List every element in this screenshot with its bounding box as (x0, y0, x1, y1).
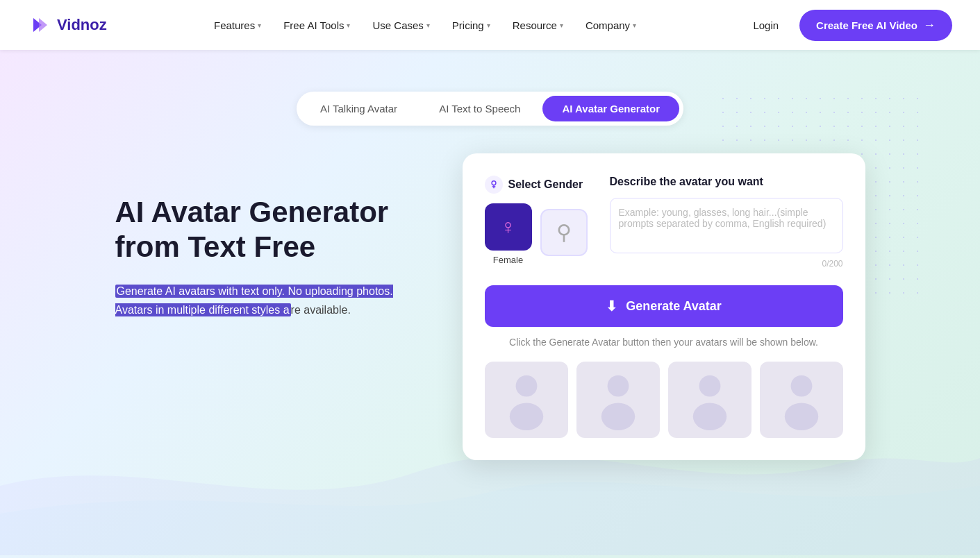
tab-talking-avatar[interactable]: AI Talking Avatar (301, 96, 417, 121)
avatar-generator-card: Select Gender ♀ Female ⚲ (463, 153, 865, 460)
avatar-placeholder-1 (485, 362, 568, 438)
nav-pricing[interactable]: Pricing ▾ (442, 14, 500, 37)
brand-name: Vidnoz (57, 16, 107, 34)
chevron-down-icon: ▾ (560, 22, 563, 29)
describe-section: Describe the avatar you want 0/200 (610, 176, 843, 269)
avatar-silhouette-icon (593, 369, 643, 430)
gender-section: Select Gender ♀ Female ⚲ (485, 176, 588, 269)
gender-female-button[interactable]: ♀ (485, 203, 532, 251)
hero-text: AI Avatar Generator from Text Free Gener… (115, 153, 407, 319)
hero-section: AI Talking Avatar AI Text to Speech AI A… (0, 50, 980, 558)
gender-options: ♀ Female ⚲ (485, 203, 588, 265)
chevron-down-icon: ▾ (426, 22, 430, 29)
svg-point-0 (492, 181, 496, 185)
nav-free-ai-tools[interactable]: Free AI Tools ▾ (274, 14, 360, 37)
describe-textarea[interactable] (610, 198, 843, 253)
avatar-placeholder-2 (576, 362, 660, 438)
avatar-silhouette-icon (685, 369, 735, 430)
avatar-silhouette-icon (501, 369, 551, 430)
create-video-button[interactable]: Create Free AI Video → (799, 10, 952, 41)
char-count: 0/200 (610, 259, 843, 269)
card-top-section: Select Gender ♀ Female ⚲ (485, 176, 843, 269)
gender-icon (485, 176, 503, 194)
female-symbol: ♀ (500, 215, 516, 239)
svg-point-3 (515, 375, 537, 397)
hero-title: AI Avatar Generator from Text Free (115, 195, 407, 265)
svg-point-4 (509, 403, 542, 430)
tab-text-to-speech[interactable]: AI Text to Speech (420, 96, 540, 121)
svg-point-10 (784, 403, 817, 430)
nav-use-cases[interactable]: Use Cases ▾ (363, 14, 439, 37)
avatar-placeholder-4 (760, 362, 843, 438)
highlighted-text: Generate AI avatars with text only. No u… (115, 285, 393, 316)
svg-point-6 (601, 403, 634, 430)
chevron-down-icon: ▾ (347, 22, 350, 29)
svg-point-9 (790, 375, 812, 397)
hero-content: AI Avatar Generator from Text Free Gener… (74, 153, 907, 460)
nav-actions: Login Create Free AI Video → (743, 10, 952, 41)
card-hint-text: Click the Generate Avatar button then yo… (485, 337, 843, 348)
logo[interactable]: Vidnoz (28, 12, 107, 37)
nav-features[interactable]: Features ▾ (204, 14, 271, 37)
nav-links: Features ▾ Free AI Tools ▾ Use Cases ▾ P… (204, 14, 646, 37)
svg-point-7 (699, 375, 720, 397)
logo-icon (28, 12, 53, 37)
tab-bar: AI Talking Avatar AI Text to Speech AI A… (297, 92, 683, 126)
chevron-down-icon: ▾ (487, 22, 490, 29)
tab-avatar-generator[interactable]: AI Avatar Generator (542, 96, 679, 121)
arrow-icon: → (923, 18, 936, 33)
avatar-silhouette-icon (776, 369, 827, 430)
generate-avatar-button[interactable]: ⬇ Generate Avatar (485, 285, 843, 327)
gender-male-button[interactable]: ⚲ (540, 209, 588, 256)
chevron-down-icon: ▾ (633, 22, 636, 29)
describe-label: Describe the avatar you want (610, 176, 843, 188)
svg-point-5 (607, 375, 629, 397)
male-symbol: ⚲ (556, 220, 572, 244)
download-icon: ⬇ (606, 298, 617, 314)
female-label: Female (485, 255, 532, 265)
login-button[interactable]: Login (743, 14, 788, 37)
avatar-grid (485, 362, 843, 438)
nav-resource[interactable]: Resource ▾ (503, 14, 573, 37)
hero-description: Generate AI avatars with text only. No u… (115, 282, 407, 319)
gender-label: Select Gender (485, 176, 588, 194)
navbar: Vidnoz Features ▾ Free AI Tools ▾ Use Ca… (0, 0, 980, 50)
svg-point-8 (692, 403, 726, 430)
avatar-placeholder-3 (668, 362, 751, 438)
nav-company[interactable]: Company ▾ (576, 14, 646, 37)
chevron-down-icon: ▾ (258, 22, 261, 29)
